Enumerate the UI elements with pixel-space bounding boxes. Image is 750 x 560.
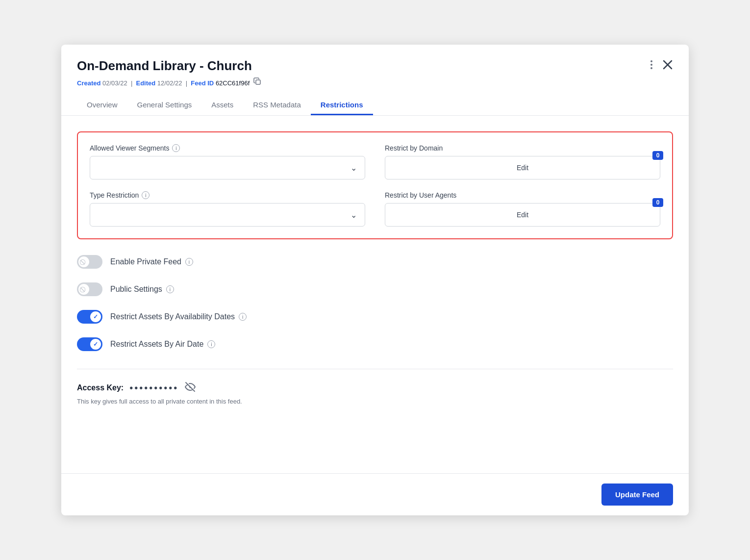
toggle-knob-3: ✓ — [90, 311, 101, 322]
restrict-by-user-agents-label: Restrict by User Agents — [385, 191, 660, 199]
type-restriction-select[interactable]: ⌄ — [90, 203, 365, 227]
restrict-by-user-agents-wrapper: 0 Edit — [385, 203, 660, 227]
tab-overview[interactable]: Overview — [77, 96, 127, 115]
update-feed-button[interactable]: Update Feed — [601, 484, 673, 506]
restrictions-grid: Allowed Viewer Segments i ⌄ Restrict by … — [90, 144, 660, 227]
restrict-by-domain-wrapper: 0 Edit — [385, 156, 660, 179]
public-settings-toggle[interactable]: ⃠ — [77, 282, 102, 296]
restrict-by-domain-edit[interactable]: Edit — [385, 156, 660, 179]
toggle-row-enable-private-feed: ⃠ Enable Private Feed i — [77, 255, 673, 269]
allowed-viewer-segments-select[interactable]: ⌄ — [90, 156, 365, 179]
restrict-by-domain-group: Restrict by Domain 0 Edit — [385, 144, 660, 179]
restrictions-box: Allowed Viewer Segments i ⌄ Restrict by … — [77, 131, 673, 239]
restrict-by-domain-badge: 0 — [652, 151, 663, 160]
tab-assets[interactable]: Assets — [201, 96, 243, 115]
enable-private-feed-info-icon[interactable]: i — [185, 258, 193, 266]
edited-date: 12/02/22 — [157, 79, 182, 87]
modal-header: On-Demand Library - Church Created 02/03… — [61, 45, 689, 116]
access-key-section: Access Key: •••••••••• This key gives fu… — [77, 369, 673, 405]
modal-meta: Created 02/03/22 | Edited 12/02/22 | Fee… — [77, 77, 673, 87]
allowed-viewer-segments-group: Allowed Viewer Segments i ⌄ — [90, 144, 365, 179]
tab-rss-metadata[interactable]: RSS Metadata — [243, 96, 311, 115]
tab-general-settings[interactable]: General Settings — [127, 96, 202, 115]
restrict-by-user-agents-badge: 0 — [652, 198, 663, 207]
restrict-air-date-info-icon[interactable]: i — [207, 340, 215, 348]
toggle-row-public-settings: ⃠ Public Settings i — [77, 282, 673, 296]
enable-private-feed-toggle[interactable]: ⃠ — [77, 255, 102, 269]
modal-body: Allowed Viewer Segments i ⌄ Restrict by … — [61, 116, 689, 473]
edited-label: Edited — [136, 79, 155, 87]
modal-title: On-Demand Library - Church — [77, 58, 252, 74]
restrict-availability-label: Restrict Assets By Availability Dates i — [110, 312, 247, 321]
created-date: 02/03/22 — [102, 79, 127, 87]
restrict-air-date-toggle[interactable]: ✓ — [77, 337, 102, 351]
toggle-knob: ⃠ — [78, 256, 89, 267]
three-dots-icon — [649, 58, 654, 71]
access-key-row: Access Key: •••••••••• — [77, 381, 673, 395]
restrict-availability-toggle[interactable]: ✓ — [77, 310, 102, 324]
toggle-knob-4: ✓ — [90, 339, 101, 350]
modal-actions — [649, 58, 673, 71]
more-options-button[interactable] — [649, 58, 654, 71]
enable-private-feed-label: Enable Private Feed i — [110, 257, 193, 266]
toggle-on-icon-2: ✓ — [93, 341, 98, 348]
access-key-dots: •••••••••• — [129, 382, 178, 394]
restrict-by-user-agents-edit[interactable]: Edit — [385, 203, 660, 227]
type-restriction-group: Type Restriction i ⌄ — [90, 191, 365, 227]
restrict-by-domain-label: Restrict by Domain — [385, 144, 660, 152]
created-label: Created — [77, 79, 100, 87]
feed-id-value: 62CC61f96f — [216, 79, 250, 87]
feed-id-label: Feed ID — [191, 79, 214, 87]
close-button[interactable] — [662, 59, 673, 70]
modal-container: On-Demand Library - Church Created 02/03… — [61, 45, 689, 515]
restrict-availability-info-icon[interactable]: i — [239, 313, 247, 321]
public-settings-label: Public Settings i — [110, 285, 174, 294]
tab-restrictions[interactable]: Restrictions — [311, 96, 373, 115]
allowed-viewer-segments-info-icon[interactable]: i — [172, 144, 180, 152]
toggle-knob-2: ⃠ — [78, 284, 89, 295]
eye-slash-icon[interactable] — [184, 381, 196, 395]
close-icon — [662, 59, 673, 70]
copy-icon[interactable] — [253, 77, 261, 87]
toggles-section: ⃠ Enable Private Feed i ⃠ Public Setting… — [77, 255, 673, 351]
type-restriction-info-icon[interactable]: i — [142, 191, 150, 199]
tabs: Overview General Settings Assets RSS Met… — [77, 96, 673, 115]
chevron-down-icon: ⌄ — [350, 163, 357, 173]
allowed-viewer-segments-label: Allowed Viewer Segments i — [90, 144, 365, 152]
modal-footer: Update Feed — [61, 473, 689, 515]
toggle-on-icon: ✓ — [93, 313, 98, 320]
type-restriction-label: Type Restriction i — [90, 191, 365, 199]
access-key-label: Access Key: — [77, 383, 124, 392]
chevron-down-icon-2: ⌄ — [350, 210, 357, 220]
toggle-row-restrict-availability: ✓ Restrict Assets By Availability Dates … — [77, 310, 673, 324]
access-key-hint: This key gives full access to all privat… — [77, 398, 673, 405]
restrict-by-user-agents-group: Restrict by User Agents 0 Edit — [385, 191, 660, 227]
toggle-row-restrict-air-date: ✓ Restrict Assets By Air Date i — [77, 337, 673, 351]
svg-rect-2 — [256, 80, 260, 84]
public-settings-info-icon[interactable]: i — [166, 285, 174, 293]
restrict-air-date-label: Restrict Assets By Air Date i — [110, 340, 215, 349]
